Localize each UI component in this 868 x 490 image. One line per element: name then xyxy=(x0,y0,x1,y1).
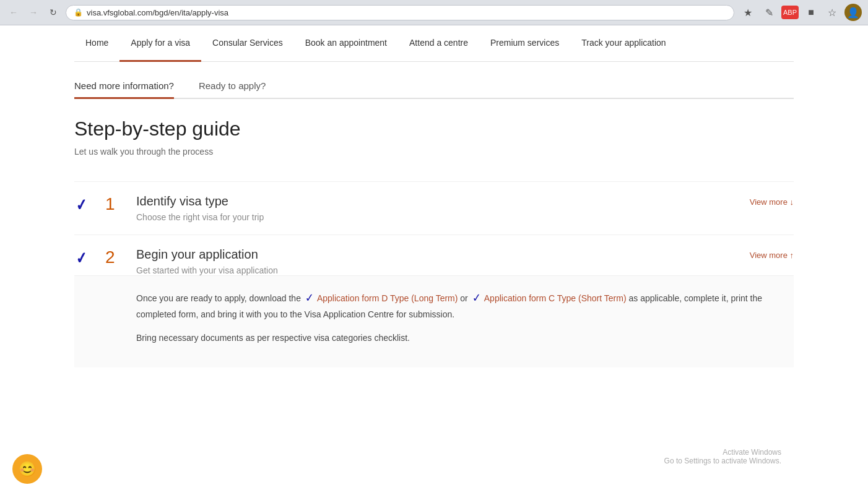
back-button[interactable]: ← xyxy=(6,5,21,20)
step-2-row: ✓ 2 Begin your application Get started w… xyxy=(74,234,794,380)
nav-attend-centre[interactable]: Attend a centre xyxy=(398,25,479,62)
sub-nav-more-info[interactable]: Need more information? xyxy=(74,74,174,99)
link-long-term[interactable]: Application form D Type (Long Term) xyxy=(317,293,458,303)
browser-actions: ★ ✎ ABP ■ ☆ 👤 xyxy=(739,4,862,21)
reload-button[interactable]: ↻ xyxy=(46,5,61,20)
step-2-expanded-text-2: Bring necessary documents as per respect… xyxy=(136,331,794,346)
extensions-icon[interactable]: ■ xyxy=(802,4,820,21)
step-2-desc: Get started with your visa application xyxy=(136,265,750,275)
lock-icon: 🔒 xyxy=(74,8,83,17)
bookmark-icon[interactable]: ★ xyxy=(739,4,757,21)
step-2-expanded-text-1: Once you are ready to apply, download th… xyxy=(136,288,794,322)
page-subtitle: Let us walk you through the process xyxy=(74,147,794,157)
page-content: Home Apply for a visa Consular Services … xyxy=(0,25,868,380)
step-2-content: Begin your application Get started with … xyxy=(136,247,750,275)
annotation-check-shortterm: ✓ xyxy=(471,288,482,307)
nav-book-appointment[interactable]: Book an appointment xyxy=(294,25,398,62)
nav-track[interactable]: Track your application xyxy=(570,25,677,62)
step-2-check: ✓ xyxy=(75,248,92,269)
address-bar[interactable]: 🔒 xyxy=(66,5,734,20)
step-1-view-more[interactable]: View more ↓ xyxy=(750,194,794,207)
nav-consular[interactable]: Consular Services xyxy=(201,25,294,62)
step-2-view-more[interactable]: View more ↑ xyxy=(750,247,794,260)
step-1-number: 1 xyxy=(105,194,124,214)
step-1-desc: Choose the right visa for your trip xyxy=(136,212,750,222)
step-1-content: Identify visa type Choose the right visa… xyxy=(136,194,750,222)
browser-chrome: ← → ↻ 🔒 ★ ✎ ABP ■ ☆ 👤 xyxy=(0,0,868,25)
annotation-check-longterm: ✓ xyxy=(304,288,315,307)
nav-premium[interactable]: Premium services xyxy=(479,25,570,62)
nav-home[interactable]: Home xyxy=(74,25,119,62)
sub-nav: Need more information? Ready to apply? xyxy=(74,62,794,99)
step-1-title: Identify visa type xyxy=(136,194,750,208)
step-1-row: ✓ 1 Identify visa type Choose the right … xyxy=(74,181,794,234)
profile-star-icon[interactable]: ☆ xyxy=(823,4,841,21)
sub-nav-ready-apply[interactable]: Ready to apply? xyxy=(199,74,266,99)
step-2-number: 2 xyxy=(105,247,124,267)
step-2-expanded: Once you are ready to apply, download th… xyxy=(74,275,794,368)
nav-apply-visa[interactable]: Apply for a visa xyxy=(119,25,201,62)
url-input[interactable] xyxy=(87,8,726,17)
forward-button[interactable]: → xyxy=(26,5,41,20)
step-1-check: ✓ xyxy=(75,195,92,215)
link-short-term[interactable]: Application form C Type (Short Term) xyxy=(484,293,627,303)
edit-icon[interactable]: ✎ xyxy=(760,4,778,21)
adblocker-icon[interactable]: ABP xyxy=(781,6,799,19)
page-title: Step-by-step guide xyxy=(74,118,794,140)
steps-container: ✓ 1 Identify visa type Choose the right … xyxy=(74,181,794,380)
step-2-title: Begin your application xyxy=(136,247,750,262)
profile-avatar[interactable]: 👤 xyxy=(844,4,862,21)
main-nav: Home Apply for a visa Consular Services … xyxy=(74,25,794,62)
